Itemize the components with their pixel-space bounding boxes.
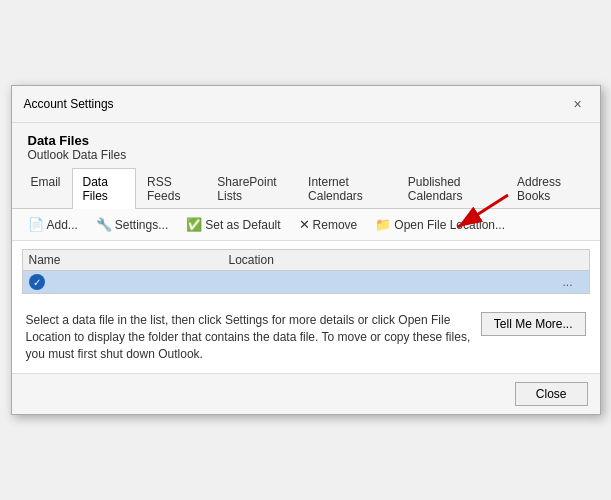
close-button[interactable]: Close [515,382,588,406]
content-area: 📄 Add... 🔧 Settings... ✅ Set as Default … [12,209,600,372]
folder-icon: 📁 [375,217,391,232]
tab-rss-feeds[interactable]: RSS Feeds [136,168,206,209]
tab-data-files[interactable]: Data Files [72,168,137,209]
tab-address-books[interactable]: Address Books [506,168,592,209]
default-check-icon: ✓ [29,274,45,290]
column-location: Location [229,253,583,267]
tab-email[interactable]: Email [20,168,72,209]
tab-published-calendars[interactable]: Published Calendars [397,168,506,209]
remove-label: Remove [313,218,358,232]
settings-icon: 🔧 [96,217,112,232]
tell-me-more-button[interactable]: Tell Me More... [481,312,586,336]
data-files-table: Name Location ✓ ... [22,249,590,294]
column-name: Name [29,253,229,267]
dialog-title: Account Settings [24,97,114,111]
header-title: Data Files [28,133,584,148]
settings-label: Settings... [115,218,168,232]
set-default-button[interactable]: ✅ Set as Default [180,215,286,234]
tab-sharepoint-lists[interactable]: SharePoint Lists [206,168,297,209]
table-header: Name Location [23,250,589,271]
add-button[interactable]: 📄 Add... [22,215,84,234]
tab-internet-calendars[interactable]: Internet Calendars [297,168,397,209]
title-close-button[interactable]: × [568,94,588,114]
title-bar: Account Settings × [12,86,600,123]
open-file-location-button[interactable]: 📁 Open File Location... [369,215,514,234]
dialog-footer: Close [12,373,600,414]
add-label: Add... [47,218,78,232]
header-section: Data Files Outlook Data Files [12,123,600,168]
header-subtitle: Outlook Data Files [28,148,584,162]
open-file-location-label: Open File Location... [394,218,505,232]
tabs-bar: Email Data Files RSS Feeds SharePoint Li… [12,168,600,209]
account-settings-dialog: Account Settings × Data Files Outlook Da… [11,85,601,414]
table-row[interactable]: ✓ ... [23,271,589,293]
remove-button[interactable]: ✕ Remove [293,215,364,234]
row-name: ✓ [29,274,229,290]
remove-icon: ✕ [299,217,310,232]
set-default-label: Set as Default [205,218,280,232]
footer-description: Select a data file in the list, then cli… [26,312,471,362]
check-circle-icon: ✅ [186,217,202,232]
footer-section: Select a data file in the list, then cli… [12,302,600,372]
add-icon: 📄 [28,217,44,232]
settings-button[interactable]: 🔧 Settings... [90,215,174,234]
toolbar: 📄 Add... 🔧 Settings... ✅ Set as Default … [12,209,600,241]
row-actions[interactable]: ... [563,275,583,289]
